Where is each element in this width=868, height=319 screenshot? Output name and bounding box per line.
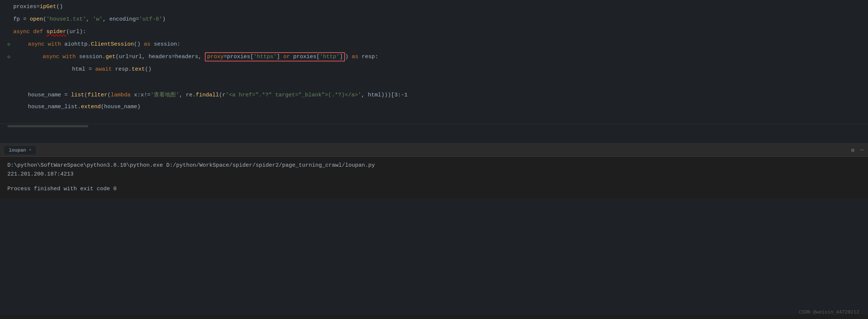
terminal-panel: loupan × ⚙ — D:\python\SoftWareSpace\pyt… <box>0 143 868 315</box>
code-token: 'w' <box>93 16 103 22</box>
code-token: = <box>36 4 40 10</box>
code-token: 'http' <box>320 54 339 60</box>
code-content-9: house_name_list.extend(house_name) <box>13 104 861 110</box>
terminal-icon-group: ⚙ — <box>851 147 864 154</box>
terminal-finish-line: Process finished with exit code 0 <box>7 185 861 194</box>
terminal-close-button[interactable]: × <box>29 148 32 152</box>
code-line-2: fp = open('house1.txt', 'w', encoding='u… <box>0 16 868 29</box>
code-token: proxies <box>227 54 250 60</box>
code-token: def <box>33 29 43 35</box>
code-token: proxies <box>290 54 316 60</box>
code-token: , re. <box>179 92 196 98</box>
code-token: as <box>352 54 358 60</box>
proxy-highlight: proxy=proxies['https'] or proxies['http'… <box>205 52 345 61</box>
code-token: text <box>132 66 145 72</box>
code-token: (house_name) <box>101 104 140 110</box>
code-token: encoding <box>109 16 136 22</box>
code-token: '<a href=".*?" target="_blank">(.*?)</a>… <box>225 92 361 98</box>
code-token: ClientSession <box>91 41 134 47</box>
code-token: 'house1.txt' <box>46 16 86 22</box>
terminal-path-line: D:\python\SoftWareSpace\python3.8.10\pyt… <box>7 161 861 170</box>
code-content-5: async with session.get(url=url, headers=… <box>13 54 861 60</box>
code-token: html <box>72 66 89 72</box>
code-token: (r <box>219 92 225 98</box>
code-token: [ <box>316 54 320 60</box>
code-token: ( <box>84 92 88 98</box>
code-content-8: house_name = list(filter(lambda x:x!='查看… <box>13 91 861 98</box>
code-token: aiohttp. <box>61 41 91 47</box>
terminal-tab[interactable]: loupan × <box>4 146 36 155</box>
code-token: or <box>283 54 290 60</box>
terminal-header: loupan × ⚙ — <box>0 143 868 157</box>
code-token: , html)))[3:-1 <box>361 92 408 98</box>
code-token: ) <box>345 54 352 60</box>
code-token: proxy <box>207 54 224 60</box>
code-token: = <box>136 16 139 22</box>
code-token: () <box>145 66 152 72</box>
code-token: lambda <box>111 92 131 98</box>
code-token: = <box>89 66 95 72</box>
code-token: ] <box>277 54 280 60</box>
code-token: proxies <box>13 4 36 10</box>
code-token: x:x!= <box>131 92 150 98</box>
code-token: (url=url, headers=headers, <box>115 54 205 60</box>
watermark: CSDN @weixin_44720212 <box>799 309 859 315</box>
code-token <box>30 29 33 35</box>
code-token: , <box>103 16 109 22</box>
code-token: 'utf-8' <box>139 16 162 22</box>
code-token: async <box>28 41 45 47</box>
minimize-icon[interactable]: — <box>860 147 864 154</box>
terminal-path-text: D:\python\SoftWareSpace\python3.8.10\pyt… <box>7 162 375 169</box>
code-line-6: html = await resp.text() <box>0 66 868 79</box>
code-token: ( <box>43 16 46 22</box>
code-token: house_name <box>28 92 64 98</box>
gutter-arrow-4: ◇ <box>7 41 13 47</box>
code-token <box>45 41 48 47</box>
code-token: with <box>48 41 61 47</box>
code-line-8: house_name = list(filter(lambda x:x!='查看… <box>0 91 868 104</box>
horizontal-scrollbar[interactable] <box>0 124 868 128</box>
code-token: '查看地图' <box>150 92 179 98</box>
code-token: ipGet <box>40 4 56 10</box>
code-token: session. <box>76 54 106 60</box>
code-token: get <box>106 54 115 60</box>
code-token: 'https' <box>253 54 277 60</box>
code-line-4: ◇ async with aiohttp.ClientSession() as … <box>0 41 868 54</box>
code-token: await <box>95 66 112 72</box>
code-token: list <box>71 92 84 98</box>
code-token: , <box>86 16 93 22</box>
code-editor: proxies=ipGet() fp = open('house1.txt', … <box>0 0 868 143</box>
code-token: async <box>13 29 30 35</box>
code-line-1: proxies=ipGet() <box>0 4 868 16</box>
code-token: session: <box>150 41 180 47</box>
code-token: as <box>144 41 150 47</box>
code-content-4: async with aiohttp.ClientSession() as se… <box>13 41 861 47</box>
terminal-finish-text: Process finished with exit code 0 <box>7 186 117 192</box>
watermark-text: CSDN @weixin_44720212 <box>799 309 859 315</box>
code-content-3: async def spider(url): <box>13 29 861 35</box>
code-token: ) <box>162 16 166 22</box>
terminal-tab-label: loupan <box>9 148 26 153</box>
code-token: open <box>30 16 43 22</box>
code-token: resp. <box>112 66 132 72</box>
gutter-arrow-5: ◇ <box>7 54 13 60</box>
settings-icon[interactable]: ⚙ <box>851 147 854 154</box>
code-token: house_name_list. <box>28 104 81 110</box>
code-token: = <box>23 16 30 22</box>
terminal-ip-line: 221.201.200.187:4213 <box>7 170 861 179</box>
code-token: = <box>224 54 227 60</box>
code-token: with <box>63 54 76 60</box>
scrollbar-thumb[interactable] <box>7 125 88 127</box>
code-token: fp <box>13 16 23 22</box>
code-line-9: house_name_list.extend(house_name) <box>0 104 868 116</box>
code-token: findall <box>196 92 219 98</box>
code-token: [ <box>250 54 253 60</box>
code-line-5: ◇ async with session.get(url=url, header… <box>0 54 868 66</box>
code-token: async <box>43 54 59 60</box>
terminal-ip-text: 221.201.200.187:4213 <box>7 171 74 177</box>
code-token <box>59 54 63 60</box>
code-token: ( <box>107 92 111 98</box>
code-token: ] <box>339 54 343 60</box>
code-token: (url): <box>66 29 86 35</box>
code-token: = <box>64 92 71 98</box>
